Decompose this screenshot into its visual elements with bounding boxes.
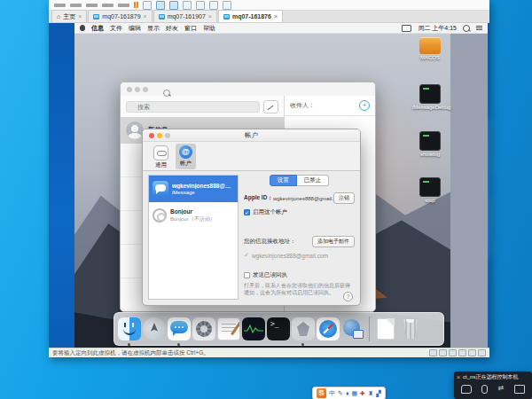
- chinese-mode-icon[interactable]: 中: [329, 389, 335, 397]
- desktop-icon-imessagedebug[interactable]: iMessageDebug: [412, 84, 448, 110]
- tab-close-icon[interactable]: ×: [208, 13, 212, 20]
- close-button[interactable]: [127, 87, 132, 92]
- tab-close-icon[interactable]: ×: [274, 13, 278, 20]
- tab-blocked[interactable]: 已禁止: [297, 175, 330, 186]
- utility-icon: [292, 317, 315, 340]
- cutoff-menu-fragment: [102, 4, 113, 7]
- dock-icon-messages[interactable]: [168, 317, 191, 340]
- account-item-bonjour[interactable]: Bonjour Bonjour（不活动）: [149, 202, 238, 229]
- dock-icon-system-preferences[interactable]: [192, 317, 215, 340]
- mic-icon[interactable]: ♦: [346, 389, 349, 397]
- hard-disk-status-icon[interactable]: [429, 349, 437, 356]
- vm-revert-icon[interactable]: [169, 1, 178, 10]
- toolbar-item-general[interactable]: 通用: [150, 144, 172, 171]
- monitor-icon[interactable]: [514, 385, 525, 394]
- tab-close-icon[interactable]: ×: [144, 13, 147, 20]
- terminal-script-icon: [419, 131, 441, 151]
- close-icon[interactable]: ×: [457, 374, 460, 380]
- menu-messages[interactable]: 信息: [91, 24, 104, 33]
- zoom-button[interactable]: [165, 133, 170, 138]
- macos-menu-bar: 信息 文件 编辑 显示 好友 窗口 帮助 周二 上午4:15: [74, 23, 488, 34]
- switch-icon[interactable]: ⇄: [498, 385, 505, 394]
- chat-icon[interactable]: [461, 385, 472, 394]
- accounts-titlebar[interactable]: 帐户: [143, 129, 360, 142]
- dock-icon-documents[interactable]: [374, 317, 397, 340]
- display-status-icon[interactable]: [402, 25, 411, 32]
- activity-monitor-icon: [242, 317, 265, 340]
- toolbar-item-accounts[interactable]: 帐户: [176, 144, 196, 169]
- menu-buddies[interactable]: 好友: [166, 24, 178, 33]
- usb-status-icon[interactable]: [468, 349, 476, 356]
- vm-unity-icon[interactable]: [223, 1, 231, 10]
- minimize-button[interactable]: [157, 133, 162, 138]
- dock-icon-activity-monitor[interactable]: [242, 317, 265, 340]
- dock-icon-launchpad[interactable]: [143, 317, 166, 340]
- vm-snapshot-icon[interactable]: [156, 1, 165, 10]
- vm-power-icon[interactable]: [143, 1, 152, 10]
- tab-vm-161879[interactable]: mq07-161879 ×: [88, 10, 152, 22]
- dock-icon-utility[interactable]: [292, 317, 315, 340]
- dock-icon-finder[interactable]: [118, 317, 141, 340]
- menu-file[interactable]: 文件: [110, 24, 122, 33]
- safari-icon: [317, 317, 340, 340]
- minimize-button[interactable]: [135, 87, 140, 92]
- vm-fullscreen-icon[interactable]: [183, 1, 192, 10]
- tab-vm-161876-active[interactable]: mq07-161876 ×: [218, 10, 283, 22]
- zoom-button[interactable]: [143, 87, 148, 92]
- add-email-button[interactable]: 添加电子邮件: [312, 236, 355, 247]
- tab-vm-161907[interactable]: mq07-161907 ×: [153, 10, 217, 22]
- trash-icon: [403, 319, 419, 339]
- messages-titlebar[interactable]: [121, 82, 375, 97]
- general-icon: [153, 145, 168, 160]
- account-item-imessage[interactable]: wgkevinjones888@… iMessage: [149, 176, 238, 202]
- tab-close-icon[interactable]: ×: [78, 13, 82, 20]
- sign-out-button[interactable]: 注销: [333, 192, 355, 204]
- dock-icon-terminal[interactable]: >_: [267, 317, 290, 340]
- display-status-icon[interactable]: [478, 349, 486, 356]
- menu-window[interactable]: 窗口: [184, 24, 197, 33]
- compose-button[interactable]: [263, 100, 278, 113]
- launchpad-icon: [143, 317, 166, 340]
- notification-center-icon[interactable]: [476, 26, 482, 30]
- sound-status-icon[interactable]: [458, 349, 466, 356]
- vm-console-view-icon[interactable]: [196, 1, 205, 10]
- skin-brush-icon[interactable]: ✚: [360, 389, 365, 397]
- dock-icon-safari[interactable]: [317, 317, 340, 340]
- help-button[interactable]: ?: [343, 292, 353, 301]
- dock-icon-screen-sharing[interactable]: [341, 317, 364, 340]
- menu-help[interactable]: 帮助: [203, 24, 215, 33]
- desktop-icon-showlog[interactable]: showlog: [412, 131, 448, 157]
- ime-toolbar: S 中 ✎ ♦ ▦ ✚ ♜ ▞: [312, 387, 386, 399]
- tab-settings[interactable]: 设置: [270, 175, 297, 186]
- keyboard-icon[interactable]: ▦: [351, 389, 357, 397]
- vm-pause-icon[interactable]: [134, 2, 138, 8]
- desktop-icon-macos-drive[interactable]: MACOS: [412, 37, 448, 60]
- grid-icon[interactable]: ▞: [376, 389, 380, 397]
- running-indicator: [128, 343, 130, 346]
- desktop-icon-stop[interactable]: stop: [412, 177, 448, 203]
- apple-logo-icon[interactable]: [80, 25, 85, 31]
- close-button[interactable]: [149, 133, 154, 138]
- menu-edit[interactable]: 编辑: [129, 24, 141, 33]
- dock-icon-textedit[interactable]: [217, 317, 240, 340]
- cdrom-status-icon[interactable]: [439, 349, 447, 356]
- dock-icon-trash[interactable]: [399, 317, 422, 340]
- enable-account-checkbox[interactable]: [244, 209, 250, 215]
- sogou-logo-icon[interactable]: S: [317, 388, 326, 398]
- vm-status-bar: 要将输入定向到此虚拟机，请在虚拟机内部单击或按 Ctrl+G。: [49, 348, 489, 357]
- network-status-icon[interactable]: [449, 349, 457, 356]
- pen-icon[interactable]: ✎: [338, 389, 343, 397]
- spotlight-search-icon[interactable]: [463, 25, 470, 32]
- search-input[interactable]: [126, 101, 260, 113]
- vm-library-icon[interactable]: [209, 1, 218, 10]
- add-recipient-icon[interactable]: +: [359, 100, 370, 111]
- tab-home[interactable]: ⌂ 主页 ×: [51, 10, 87, 22]
- menu-bar-clock[interactable]: 周二 上午4:15: [418, 24, 457, 33]
- enable-account-label: 启用这个帐户: [253, 208, 287, 216]
- microphone-icon[interactable]: [481, 385, 488, 394]
- menu-view[interactable]: 显示: [147, 24, 160, 33]
- tab-label: mq07-161879: [102, 13, 140, 20]
- read-receipts-checkbox[interactable]: [244, 272, 250, 278]
- toolbox-icon[interactable]: ♜: [368, 389, 373, 397]
- vm-tab-bar: ⌂ 主页 × mq07-161879 × mq07-161907 × mq07-…: [49, 11, 489, 23]
